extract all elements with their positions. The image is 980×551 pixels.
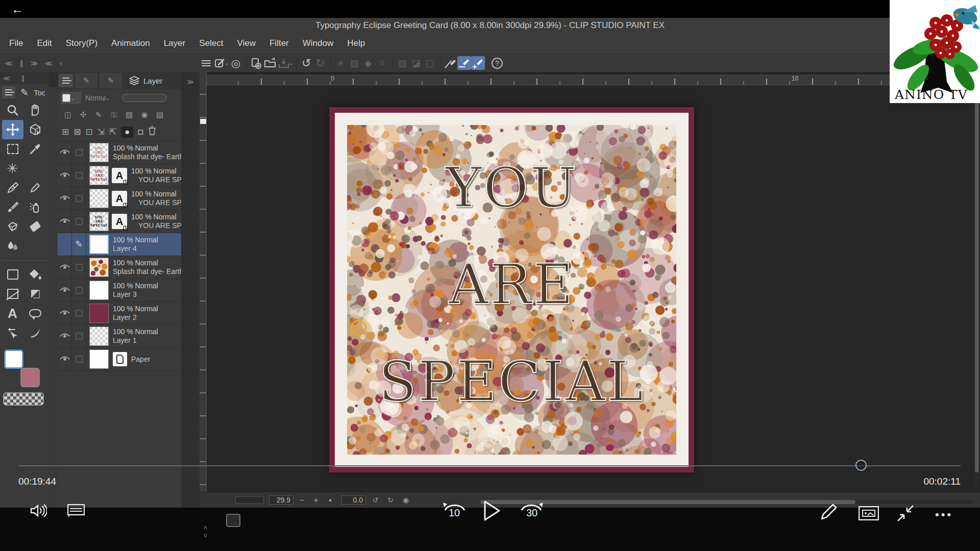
- decoration-tool-icon[interactable]: [2, 217, 23, 236]
- snap-ruler-icon[interactable]: [444, 56, 457, 70]
- main-menu-icon[interactable]: [199, 56, 213, 70]
- layer-thumbnail[interactable]: [89, 235, 109, 254]
- zoom-tool-icon[interactable]: [2, 101, 23, 120]
- balloon-tool-icon[interactable]: [24, 304, 46, 323]
- annotate-button[interactable]: [820, 503, 838, 521]
- visibility-toggle[interactable]: [58, 164, 72, 187]
- open-file-icon[interactable]: [263, 56, 277, 70]
- layer-mask-icon[interactable]: ●: [121, 127, 133, 138]
- selection-border-icon[interactable]: ▧: [396, 56, 409, 70]
- collapse-right-icon[interactable]: ≫: [31, 59, 38, 67]
- blend-mode-dropdown[interactable]: Normal ⌄: [85, 94, 118, 102]
- new-vector-layer-icon[interactable]: ⊠: [74, 127, 81, 137]
- draw-target-checkbox[interactable]: [72, 256, 86, 279]
- lock-layer-icon[interactable]: ⚿: [109, 110, 119, 119]
- rotate-value[interactable]: 0.0: [341, 495, 366, 505]
- palette-menu-icon[interactable]: [2, 86, 15, 98]
- snap-grid-icon[interactable]: [471, 56, 485, 70]
- eyedropper-tool-icon[interactable]: [24, 139, 46, 159]
- mini-launcher-icon[interactable]: [226, 514, 240, 527]
- visibility-toggle[interactable]: [58, 279, 72, 302]
- menu-animation[interactable]: Animation: [111, 38, 150, 48]
- layer-row[interactable]: YOU ARE SPECIAL A 100 % Normal YOU ARE S…: [58, 210, 181, 233]
- move-tool-icon[interactable]: [2, 120, 23, 139]
- marker-tool-icon[interactable]: [24, 178, 46, 197]
- text-tool-icon[interactable]: A: [2, 304, 23, 323]
- transparent-color-swatch[interactable]: [3, 392, 44, 406]
- invert-selection-icon[interactable]: ◆: [361, 56, 375, 70]
- more-options-button[interactable]: •••: [935, 508, 953, 521]
- palette-tab-1[interactable]: ✎: [75, 73, 97, 88]
- lock-transparent-icon[interactable]: ▨: [124, 110, 134, 119]
- transfer-down-icon[interactable]: ⇲: [97, 127, 105, 137]
- apply-mask-icon[interactable]: ◘: [138, 127, 143, 137]
- layer-row-paper[interactable]: Paper: [58, 348, 181, 371]
- mini-player-button[interactable]: [859, 506, 879, 520]
- ruler-range-icon[interactable]: ▤: [155, 110, 165, 119]
- layer-row-selected[interactable]: ✎ 100 % Normal Layer 4: [58, 233, 181, 256]
- menu-help[interactable]: Help: [347, 38, 365, 48]
- expand-carets[interactable]: ˄ ˅: [203, 524, 208, 539]
- menu-edit[interactable]: Edit: [37, 38, 52, 48]
- menu-layer[interactable]: Layer: [164, 38, 186, 48]
- layer-thumbnail[interactable]: [89, 304, 109, 323]
- rotate-reset-icon[interactable]: ↺: [369, 496, 381, 504]
- reselect-icon[interactable]: ▨: [348, 56, 361, 70]
- layer-row[interactable]: A 100 % Normal YOU ARE SP: [58, 187, 181, 210]
- zoom-in-icon[interactable]: +: [310, 496, 322, 504]
- layer-thumbnail[interactable]: [89, 327, 109, 346]
- exit-fullscreen-button[interactable]: [896, 504, 915, 522]
- captions-button[interactable]: [67, 504, 85, 518]
- timeline-track[interactable]: [18, 465, 961, 466]
- layer-row[interactable]: YOU ARE SPECIAL 100 % Normal Splash that…: [58, 141, 181, 164]
- collapse-left2-icon[interactable]: ≪: [45, 59, 53, 67]
- reset-view-icon[interactable]: ◉: [400, 496, 412, 504]
- caret-up-icon[interactable]: ˄: [203, 524, 208, 532]
- artboard[interactable]: YOU ARE SPECIAL: [329, 107, 694, 472]
- airbrush-tool-icon[interactable]: [24, 197, 46, 217]
- help-icon[interactable]: ?: [492, 58, 503, 69]
- eraser-tool-icon[interactable]: [24, 217, 46, 236]
- brush-tool-icon[interactable]: [2, 197, 23, 217]
- draw-target-checkbox[interactable]: [72, 348, 86, 370]
- menu-window[interactable]: Window: [303, 38, 333, 48]
- layer-thumbnail[interactable]: [89, 258, 109, 277]
- draw-target-pencil[interactable]: ✎: [72, 233, 86, 256]
- main-color-swatch[interactable]: [4, 349, 23, 369]
- visibility-toggle[interactable]: [58, 256, 72, 279]
- liquify-tool-icon[interactable]: [24, 323, 46, 342]
- collapse-left-icon[interactable]: ≪: [5, 59, 13, 67]
- undo-icon[interactable]: ↺: [300, 56, 313, 70]
- selection-fill-icon[interactable]: ◪: [409, 56, 423, 70]
- enable-mask-icon[interactable]: ◉: [139, 110, 150, 119]
- menu-file[interactable]: File: [9, 38, 23, 48]
- draw-target-checkbox[interactable]: [72, 187, 86, 210]
- crop-icon[interactable]: ⌗: [375, 56, 389, 70]
- visibility-toggle[interactable]: [58, 302, 72, 324]
- layer-row[interactable]: 100 % Normal Layer 1: [58, 325, 181, 348]
- deselect-icon[interactable]: ✳: [334, 56, 348, 70]
- zoom-value[interactable]: 29.9: [269, 495, 293, 505]
- fit-to-screen-icon[interactable]: ▪: [324, 496, 336, 504]
- skip-back-button[interactable]: 10: [441, 499, 468, 519]
- new-canvas-icon[interactable]: [249, 56, 263, 70]
- menu-view[interactable]: View: [237, 38, 256, 48]
- draw-target-checkbox[interactable]: [72, 279, 86, 302]
- layer-row[interactable]: YOU ARE SPECIAL A 100 % Normal YOU ARE S…: [58, 164, 181, 187]
- layer-thumbnail[interactable]: [89, 349, 109, 369]
- layer-thumbnail[interactable]: [89, 189, 109, 208]
- menu-filter[interactable]: Filter: [270, 38, 289, 48]
- palette-tab-2[interactable]: ✎: [100, 73, 122, 88]
- draw-target-checkbox[interactable]: [72, 210, 86, 233]
- layer-color-dropdown[interactable]: ⌄: [61, 92, 81, 104]
- zoom-out-icon[interactable]: −: [296, 496, 308, 504]
- volume-button[interactable]: [30, 503, 47, 518]
- pen-tool-icon[interactable]: [2, 178, 23, 197]
- blend-tool-icon[interactable]: [2, 236, 23, 256]
- object-tool-icon[interactable]: [24, 120, 46, 139]
- layer-thumbnail[interactable]: YOU ARE SPECIAL: [89, 143, 109, 162]
- snap-special-ruler-icon[interactable]: [457, 56, 471, 70]
- tool-switch-icon[interactable]: [213, 56, 227, 70]
- layer-row[interactable]: 100 % Normal Splash that dye- Earthl: [58, 256, 181, 279]
- draft-layer-icon[interactable]: ✎: [93, 110, 104, 119]
